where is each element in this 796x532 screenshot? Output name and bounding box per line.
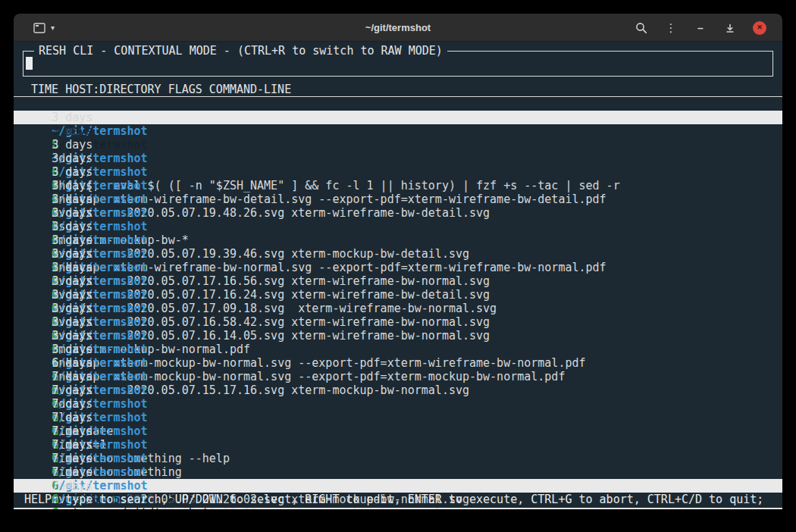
history-row[interactable]: 3 days ~/git/termshot G fh	[14, 111, 782, 124]
terminal-content[interactable]: RESH CLI - CONTEXTUAL MODE - (CTRL+R to …	[14, 42, 782, 509]
row-time: 3 days	[52, 288, 99, 302]
terminal-window: ▾ ~/git/termshot ⋮ –	[14, 14, 782, 509]
help-line: HELP: type to search, UP/DOWN to select,…	[14, 493, 782, 506]
minimize-button[interactable]: –	[694, 21, 707, 35]
search-icon	[635, 22, 647, 34]
row-time: 7 days	[52, 383, 99, 397]
history-list: 3 days ~/git/termshot G cd 3 days ~/git/…	[14, 97, 782, 479]
text-cursor	[26, 57, 33, 70]
row-time: 3 days	[52, 274, 99, 288]
row-time: 7 days	[52, 370, 99, 383]
chevron-down-icon: ▾	[51, 24, 55, 32]
row-time: 3 days	[52, 261, 99, 274]
row-time: 3 days	[52, 124, 99, 138]
row-time: 3 days	[52, 111, 99, 124]
row-time: 3 days	[52, 220, 99, 233]
history-row[interactable]: 3 days ~/git/termshot G cd	[14, 97, 782, 111]
close-button[interactable]: ✕	[753, 21, 766, 35]
row-time: 3 days	[52, 302, 99, 315]
row-time: 3 days	[52, 343, 99, 356]
titlebar-left-controls: ▾	[29, 14, 59, 42]
row-time: 7 days	[52, 452, 99, 465]
terminal-icon	[33, 23, 45, 33]
row-time: 3 days	[52, 152, 99, 165]
restore-window-icon	[724, 22, 736, 34]
new-terminal-button[interactable]: ▾	[29, 20, 59, 36]
menu-button[interactable]: ⋮	[664, 21, 678, 35]
search-input[interactable]: RESH CLI - CONTEXTUAL MODE - (CTRL+R to …	[23, 51, 773, 77]
titlebar[interactable]: ▾ ~/git/termshot ⋮ –	[14, 14, 782, 42]
search-button[interactable]	[635, 21, 648, 35]
row-time: 7 days	[52, 479, 99, 493]
row-time: 7 days	[52, 438, 99, 452]
row-time: 3 days	[52, 192, 99, 206]
row-time: 7 days	[52, 465, 99, 479]
table-header: TIME HOST:DIRECTORY FLAGS COMMAND-LINE	[14, 83, 782, 97]
row-time: 3 days	[52, 247, 99, 261]
row-time: 3 days	[52, 165, 99, 179]
status-location: tower:~/git/termshot	[72, 506, 237, 509]
row-time: 6 days	[52, 356, 99, 370]
row-time: 7 days	[52, 424, 99, 438]
restore-button[interactable]	[723, 21, 737, 35]
minimize-icon: –	[697, 23, 704, 33]
row-time: 7 days	[52, 397, 99, 411]
row-time: 3 days	[52, 329, 99, 343]
titlebar-right-controls: ⋮ – ✕	[635, 14, 766, 42]
close-icon: ✕	[757, 24, 763, 31]
resh-mode-title: RESH CLI - CONTEXTUAL MODE - (CTRL+R to …	[34, 44, 447, 58]
row-time: 3 days	[52, 179, 99, 192]
window-title: ~/git/termshot	[365, 14, 431, 42]
row-time: 3 days	[52, 206, 99, 220]
row-time: 7 days	[52, 411, 99, 424]
row-time: 3 days	[52, 315, 99, 329]
kebab-menu-icon: ⋮	[666, 22, 677, 33]
row-time: 3 days	[52, 138, 99, 152]
row-time: 3 days	[52, 233, 99, 247]
